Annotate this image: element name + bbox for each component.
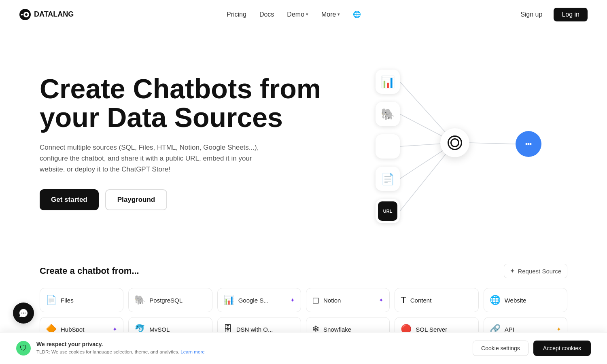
content-icon: T [401, 295, 406, 305]
cookie-settings-button[interactable]: Cookie settings [473, 341, 528, 356]
shield-icon: 🛡 [16, 341, 31, 356]
hubspot-label: HubSpot [61, 326, 84, 333]
chat-widget[interactable] [13, 303, 34, 324]
notion-label: Notion [323, 297, 341, 304]
accept-cookies-button[interactable]: Accept cookies [533, 341, 591, 356]
cookie-left: 🛡 We respect your privacy. TLDR: We use … [16, 341, 205, 356]
chevron-down-icon: ▾ [337, 12, 340, 17]
logo-icon [19, 9, 31, 20]
svg-point-13 [530, 143, 532, 145]
sql-server-label: SQL Server [416, 326, 447, 333]
logo[interactable]: DATALANG [19, 9, 74, 20]
google-sheets-label: Google S... [238, 297, 269, 304]
website-icon: 🌐 [490, 295, 501, 305]
playground-button[interactable]: Playground [105, 189, 168, 210]
svg-point-12 [528, 143, 530, 145]
source-card-website[interactable]: 🌐Website [484, 288, 567, 312]
source-card-content[interactable]: TContent [395, 288, 478, 312]
sparkle-icon: ✦ [112, 326, 117, 332]
content-label: Content [410, 297, 432, 304]
cookie-text: We respect your privacy. TLDR: We use co… [36, 341, 205, 355]
nav-pricing[interactable]: Pricing [227, 11, 246, 18]
learn-more-link[interactable]: Learn more [180, 349, 205, 354]
source-card-postgresql[interactable]: 🐘PostgreSQL [128, 288, 212, 312]
cookie-description: TLDR: We use cookies for language select… [36, 349, 205, 354]
get-started-button[interactable]: Get started [40, 189, 99, 210]
svg-point-14 [21, 313, 22, 313]
cookie-buttons: Cookie settings Accept cookies [473, 341, 591, 356]
postgresql-label: PostgreSQL [149, 297, 183, 304]
svg-line-7 [469, 143, 516, 144]
source-icon-notion: ◻ [376, 134, 400, 159]
notion-icon: ◻ [312, 295, 319, 305]
logo-text: DATALANG [34, 10, 74, 19]
google-sheets-icon: 📊 [223, 295, 234, 305]
postgresql-icon: 🐘 [134, 295, 145, 305]
source-card-google-sheets[interactable]: 📊Google S...✦ [217, 288, 301, 312]
files-icon: 📄 [46, 295, 57, 305]
request-source-button[interactable]: ✦ Request Source [504, 264, 567, 278]
nav-links: Pricing Docs Demo ▾ More ▾ 🌐 [227, 11, 361, 18]
api-label: API [505, 326, 514, 333]
hero-diagram: 📊 🐘 ◻ 📄 URL [346, 61, 567, 223]
website-label: Website [505, 297, 526, 304]
nav-more[interactable]: More ▾ [321, 11, 340, 18]
hero-description: Connect multiple sources (SQL, Files, HT… [40, 142, 266, 175]
hero-content: Create Chatbots from your Data Sources C… [40, 74, 330, 210]
hero-section: Create Chatbots from your Data Sources C… [20, 29, 587, 248]
nav-auth: Sign up Log in [514, 8, 588, 21]
nav-language[interactable]: 🌐 [353, 11, 361, 18]
source-icon-sheets: 📊 [376, 70, 400, 94]
sparkle-icon: ✦ [510, 267, 515, 275]
hero-buttons: Get started Playground [40, 189, 330, 210]
svg-rect-8 [382, 140, 394, 152]
login-button[interactable]: Log in [554, 8, 588, 21]
nav-demo[interactable]: Demo ▾ [287, 11, 308, 18]
source-icon-file: 📄 [376, 167, 400, 191]
signup-button[interactable]: Sign up [514, 8, 549, 21]
openai-icon [440, 128, 469, 157]
sparkle-icon: ✦ [556, 326, 561, 332]
navbar: DATALANG Pricing Docs Demo ▾ More ▾ 🌐 Si… [0, 0, 607, 29]
sources-header: Create a chatbot from... ✦ Request Sourc… [40, 264, 567, 278]
source-card-files[interactable]: 📄Files [40, 288, 123, 312]
nav-docs[interactable]: Docs [259, 11, 274, 18]
cookie-banner: 🛡 We respect your privacy. TLDR: We use … [0, 332, 607, 364]
files-label: Files [61, 297, 74, 304]
sparkle-icon: ✦ [379, 297, 384, 303]
diagram-container: 📊 🐘 ◻ 📄 URL [371, 66, 541, 219]
chat-icon [516, 131, 541, 157]
svg-point-16 [25, 313, 25, 313]
snowflake-label: Snowflake [323, 326, 351, 333]
sparkle-icon: ✦ [290, 297, 295, 303]
svg-point-11 [526, 143, 528, 145]
svg-point-1 [25, 13, 28, 16]
mysql-label: MySQL [149, 326, 170, 333]
sources-title: Create a chatbot from... [40, 266, 139, 276]
dsn-label: DSN with O... [236, 326, 273, 333]
svg-point-15 [23, 313, 24, 313]
chevron-down-icon: ▾ [306, 12, 308, 17]
source-icon-url: URL [376, 199, 400, 223]
source-card-notion[interactable]: ◻Notion✦ [306, 288, 390, 312]
hero-title: Create Chatbots from your Data Sources [40, 74, 330, 132]
source-icon-postgres: 🐘 [376, 102, 400, 126]
